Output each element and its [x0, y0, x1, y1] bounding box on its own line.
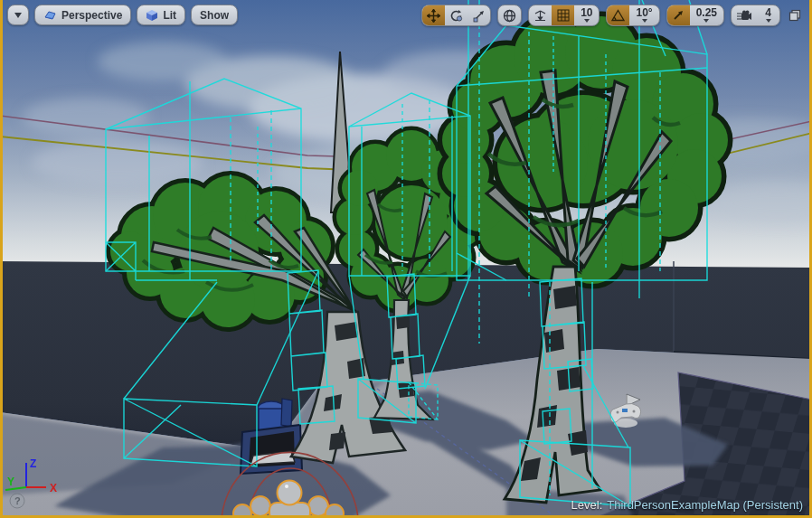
scale-snap-value-button[interactable]: 0.25: [690, 5, 723, 25]
rotate-icon: [449, 9, 463, 23]
show-label: Show: [200, 9, 229, 22]
coordinate-system-group: [497, 5, 522, 26]
level-name: ThirdPersonExampleMap (Persistent): [607, 498, 803, 512]
maximize-viewport-button[interactable]: [787, 7, 803, 24]
transform-tools-group: [421, 5, 491, 26]
lit-button[interactable]: Lit: [137, 5, 185, 25]
camera-speed-caret-icon: [766, 19, 771, 23]
rotation-snap-caret-icon: [642, 19, 647, 23]
angle-snap-icon: [611, 9, 625, 22]
grid-snap-caret-icon: [584, 19, 590, 23]
lit-label: Lit: [163, 9, 176, 22]
camera-speed-button[interactable]: [732, 5, 757, 25]
grid-snap-value: 10: [581, 8, 592, 18]
camera-speed-value-button[interactable]: 4: [757, 5, 779, 25]
surface-snap-button[interactable]: [529, 5, 552, 25]
grid-snap-group: 10: [528, 5, 600, 26]
scale-snap-caret-icon: [703, 19, 709, 23]
viewport-options-button[interactable]: [7, 5, 29, 25]
scale-snap-toggle-button[interactable]: [667, 5, 690, 25]
grid-snap-toggle-button[interactable]: [552, 5, 574, 25]
axis-z-label: Z: [30, 457, 36, 470]
rotation-snap-value: 10°: [636, 8, 652, 18]
axis-y-label: Y: [7, 476, 14, 488]
camera-speed-icon: [736, 10, 752, 22]
grid-snap-value-button[interactable]: 10: [574, 5, 599, 25]
axis-x-label: X: [50, 482, 57, 494]
show-button[interactable]: Show: [191, 5, 238, 25]
rotation-snap-group: 10°: [606, 5, 659, 26]
viewport-toolbar-left: Perspective Lit Show: [7, 5, 238, 25]
scale-icon: [472, 9, 486, 23]
maximize-icon: [788, 9, 801, 22]
camera-speed-group: 4: [731, 5, 780, 26]
move-tool-button[interactable]: [422, 5, 445, 25]
viewport-border: [0, 0, 3, 518]
perspective-icon: [43, 10, 57, 21]
scale-snap-icon: [672, 9, 685, 22]
viewport-toolbar-right: 10 10° 0.25: [421, 5, 803, 26]
scale-snap-group: 0.25: [666, 5, 724, 26]
level-status-text: Level:ThirdPersonExampleMap (Persistent): [571, 498, 803, 512]
perspective-label: Perspective: [61, 9, 122, 22]
3d-scene[interactable]: Z X Y ?: [0, 0, 812, 518]
move-icon: [427, 9, 440, 23]
help-icon: ?: [14, 495, 21, 506]
editor-viewport[interactable]: Z X Y ? Perspective Lit Show: [0, 0, 812, 518]
scale-snap-value: 0.25: [696, 8, 717, 18]
level-label: Level:: [571, 498, 603, 512]
world-local-toggle-button[interactable]: [498, 5, 521, 25]
dropdown-caret-icon: [14, 13, 22, 18]
surface-snap-icon: [533, 9, 547, 23]
rotation-snap-toggle-button[interactable]: [607, 5, 629, 25]
rotation-snap-value-button[interactable]: 10°: [629, 5, 658, 25]
perspective-button[interactable]: Perspective: [34, 5, 131, 25]
globe-icon: [503, 9, 516, 23]
scale-tool-button[interactable]: [467, 5, 490, 25]
grid-icon: [557, 9, 570, 22]
camera-speed-value: 4: [765, 8, 771, 18]
rotate-tool-button[interactable]: [445, 5, 467, 25]
lit-cube-icon: [146, 9, 158, 22]
